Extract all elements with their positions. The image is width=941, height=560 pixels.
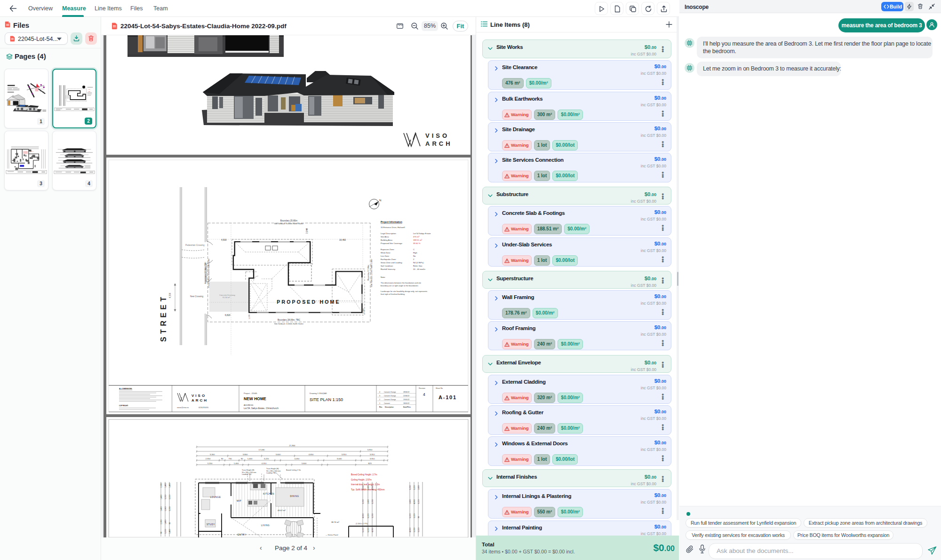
svg-text:Internal door leaf height: 2.2: Internal door leaf height: 2.2m — [351, 483, 380, 486]
svg-text:Boundary 17.80m: Boundary 17.80m — [367, 265, 369, 281]
svg-text:39.60 %: 39.60 % — [413, 242, 421, 245]
svg-text:Legal Description:: Legal Description: — [381, 232, 397, 235]
svg-text:Description: Description — [385, 406, 394, 408]
svg-text:New Crossing: New Crossing — [190, 295, 204, 298]
svg-text:4,030: 4,030 — [372, 528, 374, 532]
svg-text:Earthquake Zone:: Earthquake Zone: — [381, 258, 396, 260]
svg-text:Truss Height (H):: Truss Height (H): — [242, 469, 255, 471]
svg-text:Boxed Ceiling 2.7m: Boxed Ceiling 2.7m — [286, 469, 301, 471]
svg-text:Truss Height (H):: Truss Height (H): — [266, 468, 279, 470]
svg-text:LOUNGE: LOUNGE — [210, 496, 221, 498]
svg-text:476: 476 — [88, 89, 91, 90]
svg-text:1,400: 1,400 — [165, 520, 167, 524]
svg-text:Site Area:: Site Area: — [381, 236, 389, 238]
svg-text:1,400: 1,400 — [160, 506, 162, 511]
svg-text:20 - 40 mm/hr: 20 - 40 mm/hr — [413, 268, 426, 270]
svg-text:3,230: 3,230 — [372, 513, 374, 518]
svg-text:COPYRIGHT:: COPYRIGHT: — [119, 405, 128, 407]
svg-text:3,150: 3,150 — [207, 462, 213, 465]
svg-text:Site Setback 3.000m Soffit Gut: Site Setback 3.000m Soffit Gutter — [274, 222, 304, 225]
svg-text:ARCH: ARCH — [191, 398, 208, 402]
svg-text:Loading TBC: Loading TBC — [266, 472, 276, 474]
svg-text:Soil Condition:: Soil Condition: — [381, 265, 393, 267]
svg-text:Refer Geo: Refer Geo — [413, 265, 423, 267]
svg-text:3,230: 3,230 — [165, 495, 167, 499]
svg-text:— Vertex Panel: — Vertex Panel — [326, 534, 338, 536]
svg-text:43.67 m²: 43.67 m² — [278, 509, 286, 512]
svg-text:Revision: Revision — [419, 387, 425, 389]
svg-text:Project - 22045: Project - 22045 — [244, 392, 257, 394]
svg-text:No: No — [413, 255, 416, 257]
svg-text:PROPOSED HOME: PROPOSED HOME — [277, 299, 341, 305]
svg-text:3,040: 3,040 — [337, 457, 342, 460]
svg-text:3,230: 3,230 — [169, 506, 171, 511]
svg-text:90: 90 — [418, 516, 420, 518]
svg-text:VISO: VISO — [425, 132, 449, 139]
svg-text:VISO: VISO — [191, 394, 206, 398]
svg-text:Date/Files: Date/Files — [403, 406, 411, 408]
svg-text:WIP: WIP — [237, 500, 241, 502]
svg-text:730: 730 — [229, 457, 232, 460]
svg-text:Note:: Note: — [381, 276, 386, 278]
svg-text:xxxxx@viso.nz: xxxxx@viso.nz — [177, 407, 189, 409]
svg-text:The dimensions between the fou: The dimensions between the foundation an… — [381, 282, 422, 284]
svg-text:188: 188 — [88, 91, 91, 92]
svg-text:(2,200 x 2,775): (2,200 x 2,775) — [356, 523, 368, 525]
svg-text:Consent Change: Consent Change — [384, 399, 396, 401]
svg-text:4,450: 4,450 — [295, 457, 300, 460]
svg-text:2: 2 — [379, 399, 380, 401]
svg-text:3,220: 3,220 — [418, 528, 420, 532]
svg-text:4: 4 — [379, 391, 380, 393]
svg-text:Boundary 28.06m, TBC: Boundary 28.06m, TBC — [278, 319, 301, 321]
svg-text:4,310: 4,310 — [262, 462, 267, 465]
svg-text:6,820: 6,820 — [225, 314, 231, 316]
svg-text:17,030: 17,030 — [259, 449, 265, 451]
svg-text:6,220: 6,220 — [362, 528, 364, 532]
svg-text:19/05/22: 19/05/22 — [403, 399, 409, 401]
svg-text:3,600: 3,600 — [276, 453, 281, 456]
svg-text:3,230: 3,230 — [362, 485, 364, 490]
svg-text:1,400: 1,400 — [160, 495, 162, 499]
svg-text:Proposed Site Coverage:: Proposed Site Coverage: — [381, 242, 403, 245]
svg-text:3,220: 3,220 — [414, 485, 415, 490]
svg-text:High: High — [413, 252, 417, 254]
svg-text:1,400: 1,400 — [165, 483, 167, 488]
svg-text:1,600: 1,600 — [367, 499, 369, 504]
svg-text:C: C — [413, 248, 415, 251]
svg-text:3,230: 3,230 — [414, 528, 415, 532]
svg-text:LIVING: LIVING — [261, 524, 270, 527]
svg-text:1: 1 — [379, 402, 380, 404]
svg-text:4,500: 4,500 — [221, 239, 227, 241]
svg-text:2: 2 — [413, 258, 415, 260]
svg-text:476 m²: 476 m² — [413, 236, 420, 238]
svg-text:4,030: 4,030 — [372, 485, 374, 490]
svg-text:90 x 180 x 600 mm: 90 x 180 x 600 mm — [266, 470, 281, 472]
svg-text:Lot 54 Sabys Estate: Lot 54 Sabys Estate — [413, 232, 431, 235]
svg-text:3,230: 3,230 — [372, 499, 374, 504]
svg-text:1,100: 1,100 — [248, 314, 250, 319]
svg-text:1,600: 1,600 — [367, 485, 369, 490]
svg-text:3,044: 3,044 — [306, 228, 308, 234]
svg-text:4,030: 4,030 — [409, 528, 411, 532]
svg-text:Boxed Ceiling Height: 2.7m: Boxed Ceiling Height: 2.7m — [351, 473, 377, 476]
svg-text:4: 4 — [423, 392, 425, 397]
svg-text:28/06/22: 28/06/22 — [403, 391, 409, 393]
svg-text:STREET: STREET — [159, 294, 167, 342]
svg-text:ENTRY: ENTRY — [238, 534, 246, 536]
svg-text:Exposure Zone:: Exposure Zone: — [381, 248, 395, 251]
svg-text:6,220: 6,220 — [367, 528, 369, 532]
svg-text:Lot 54, Sabys Estate, Christch: Lot 54, Sabys Estate, Christchurch — [244, 407, 279, 410]
svg-text:Rainfall Intensity:: Rainfall Intensity: — [381, 268, 396, 270]
svg-text:Landscape for site feasibility: Landscape for site feasibility design on… — [381, 290, 427, 292]
svg-text:N: N — [379, 199, 381, 202]
svg-text:DINING: DINING — [290, 495, 299, 497]
svg-text:Wind Zone:: Wind Zone: — [381, 252, 391, 254]
svg-text:1,400: 1,400 — [362, 308, 365, 314]
svg-text:188.51 m²: 188.51 m² — [413, 239, 422, 241]
svg-text:3,220: 3,220 — [264, 457, 269, 460]
svg-text:3,910: 3,910 — [370, 453, 375, 456]
svg-text:4,336: 4,336 — [169, 292, 171, 298]
svg-text:ARCH: ARCH — [425, 140, 453, 147]
svg-text:38.76 m²: 38.76 m² — [331, 521, 339, 523]
svg-text:Front Setback 4.000m Soffit Gu: Front Setback 4.000m Soffit Gutter — [207, 258, 210, 287]
